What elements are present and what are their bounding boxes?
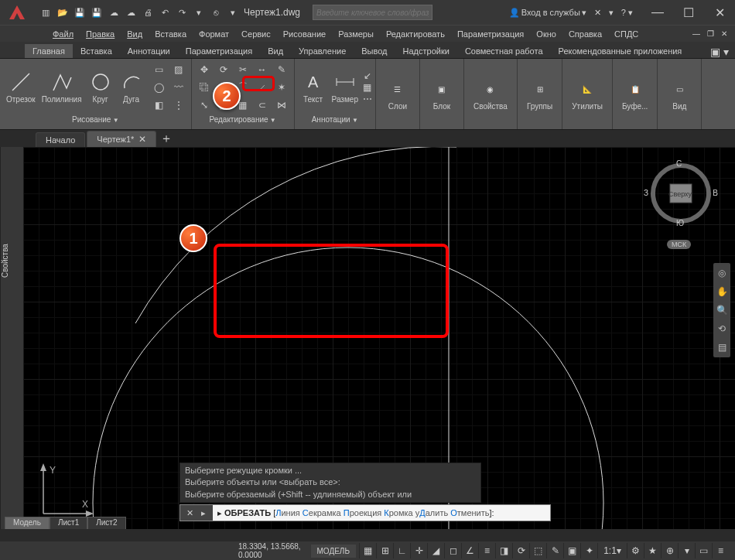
plot-icon[interactable]: 🖨 (139, 4, 156, 21)
layout-tab-sheet2[interactable]: Лист2 (87, 517, 125, 529)
menu-parametric[interactable]: Параметризация (451, 28, 530, 40)
menu-draw[interactable]: Рисование (277, 28, 332, 40)
leader-icon[interactable]: ↙ (363, 70, 372, 81)
status-osnap-icon[interactable]: ◻ (444, 543, 461, 558)
array-icon[interactable]: ▦ (234, 97, 252, 114)
tab-parametric[interactable]: Параметризация (178, 44, 260, 58)
nav-pan-icon[interactable]: ✋ (715, 283, 729, 300)
move-icon[interactable]: ✥ (195, 61, 214, 78)
menu-tools[interactable]: Сервис (235, 28, 277, 40)
menu-window[interactable]: Окно (530, 28, 562, 40)
polyline-button[interactable]: Полилиния (39, 69, 85, 105)
menu-modify[interactable]: Редактировать (380, 28, 451, 40)
menu-format[interactable]: Формат (193, 28, 235, 40)
search-input[interactable] (313, 5, 432, 20)
chamfer-icon[interactable]: ⟋ (253, 79, 272, 96)
view-cube[interactable]: С Ю З В Сверху МСК (650, 162, 712, 224)
tab-manage[interactable]: Управление (291, 44, 354, 58)
status-grid-icon[interactable]: ▦ (359, 543, 376, 558)
explode-icon[interactable]: ✶ (272, 79, 291, 96)
status-customize-icon[interactable]: ≡ (712, 543, 729, 558)
ribbon-collapse-icon[interactable]: ▣ ▾ (710, 46, 729, 58)
rectangle-icon[interactable]: ▭ (150, 61, 169, 78)
properties-palette[interactable]: Свойства (0, 147, 23, 529)
autodesk-app-icon[interactable]: ✕ (593, 6, 603, 19)
menu-file[interactable]: Файл (46, 28, 80, 40)
cloud-open-icon[interactable]: ☁ (105, 4, 122, 21)
qat-more-icon[interactable]: ▾ (224, 4, 241, 21)
text-button[interactable]: AТекст (298, 69, 329, 105)
cloud-save-icon[interactable]: ☁ (122, 4, 139, 21)
erase-icon[interactable]: ✎ (272, 61, 291, 78)
dimension-button[interactable]: Размер (329, 69, 361, 105)
add-tab-button[interactable]: ＋ (158, 131, 175, 147)
tab-view[interactable]: Вид (260, 44, 291, 58)
hatch-icon[interactable]: ▨ (169, 61, 188, 78)
status-gizmo-icon[interactable]: ✦ (580, 543, 597, 558)
mdi-minimize[interactable]: — (690, 29, 703, 39)
region-icon[interactable]: ◧ (150, 97, 169, 114)
copy-icon[interactable]: ⿻ (195, 79, 214, 96)
mirror-icon[interactable]: ⇄ (214, 79, 233, 96)
cmd-close-icon[interactable]: ✕ (183, 508, 196, 518)
layout-tab-sheet1[interactable]: Лист1 (50, 517, 87, 529)
view-button[interactable]: ▭Вид (664, 76, 695, 112)
nav-zoom-icon[interactable]: 🔍 (715, 302, 729, 319)
tab-collaborate[interactable]: Совместная работа (457, 44, 551, 58)
arc-button[interactable]: Дуга (116, 69, 147, 105)
status-dynamic-icon[interactable]: ✎ (546, 543, 563, 558)
extend-icon[interactable]: ↔ (253, 61, 272, 78)
status-annotation-visibility-icon[interactable]: ★ (644, 543, 661, 558)
menu-insert[interactable]: Вставка (149, 28, 193, 40)
close-button[interactable]: ✕ (704, 0, 735, 25)
cmd-recent-icon[interactable]: ▸ (197, 508, 210, 518)
point-icon[interactable]: ⋮ (169, 97, 188, 114)
status-annotation-scale[interactable]: 1:1 ▾ (597, 543, 627, 558)
status-selection-icon[interactable]: ▣ (563, 543, 580, 558)
mdi-restore[interactable]: ❐ (704, 29, 716, 39)
app-logo[interactable] (2, 1, 32, 24)
ellipse-icon[interactable]: ◯ (150, 79, 169, 96)
viewcube-face-top[interactable]: Сверху (668, 190, 692, 198)
file-tab-start[interactable]: Начало (36, 132, 85, 147)
circle-button[interactable]: Круг (85, 69, 116, 105)
open-icon[interactable]: 📂 (54, 4, 71, 21)
block-button[interactable]: ▣Блок (426, 76, 457, 112)
nav-wheel-icon[interactable]: ◎ (715, 265, 729, 282)
tab-output[interactable]: Вывод (354, 44, 395, 58)
saveas-icon[interactable]: 💾 (88, 4, 105, 21)
menu-view[interactable]: Вид (121, 28, 149, 40)
groups-button[interactable]: ⊞Группы (524, 76, 556, 112)
trim-icon[interactable]: ✂ (234, 61, 252, 78)
status-cycling-icon[interactable]: ⟳ (512, 543, 529, 558)
status-polar-icon[interactable]: ✛ (410, 543, 427, 558)
table-icon[interactable]: ▦ (363, 82, 372, 93)
user-menu[interactable]: 👤 Вход в службы ▾ (508, 6, 588, 19)
nav-orbit-icon[interactable]: ⟲ (715, 320, 729, 337)
nav-showmotion-icon[interactable]: ▤ (715, 339, 729, 356)
layers-button[interactable]: ☰Слои (382, 76, 413, 112)
tab-addins[interactable]: Надстройки (395, 44, 457, 58)
tab-annotate[interactable]: Аннотации (120, 44, 178, 58)
status-annotation-monitor-icon[interactable]: ▾ (678, 543, 695, 558)
minimize-button[interactable]: — (642, 0, 673, 25)
menu-edit[interactable]: Правка (80, 28, 121, 40)
status-workspace-icon[interactable]: ⊕ (661, 543, 678, 558)
maximize-button[interactable]: ☐ (673, 0, 704, 25)
status-gear-icon[interactable]: ⚙ (627, 543, 644, 558)
properties-button[interactable]: ◉Свойства (470, 76, 511, 112)
share-icon[interactable]: ⎋ (207, 4, 224, 21)
join-icon[interactable]: ⋈ (272, 97, 291, 114)
status-cleanscreen-icon[interactable]: ▭ (695, 543, 712, 558)
command-line[interactable]: ✕ ▸ ▸ ОБРЕЗАТЬ [Линия Секрамка Проекция … (179, 504, 551, 521)
status-3dosnap-icon[interactable]: ⬚ (529, 543, 546, 558)
menu-spds[interactable]: СПДС (608, 28, 644, 40)
menu-dimension[interactable]: Размеры (332, 28, 380, 40)
stretch-icon[interactable]: ⤡ (195, 97, 214, 114)
layout-tab-model[interactable]: Модель (5, 517, 50, 529)
status-ortho-icon[interactable]: ∟ (393, 543, 410, 558)
help-icon[interactable]: ? ▾ (620, 6, 634, 19)
status-model-toggle[interactable]: МОДЕЛЬ (311, 545, 356, 558)
file-tab-doc[interactable]: Чертеж1*✕ (87, 131, 156, 147)
offset-icon[interactable]: ⊂ (253, 97, 272, 114)
